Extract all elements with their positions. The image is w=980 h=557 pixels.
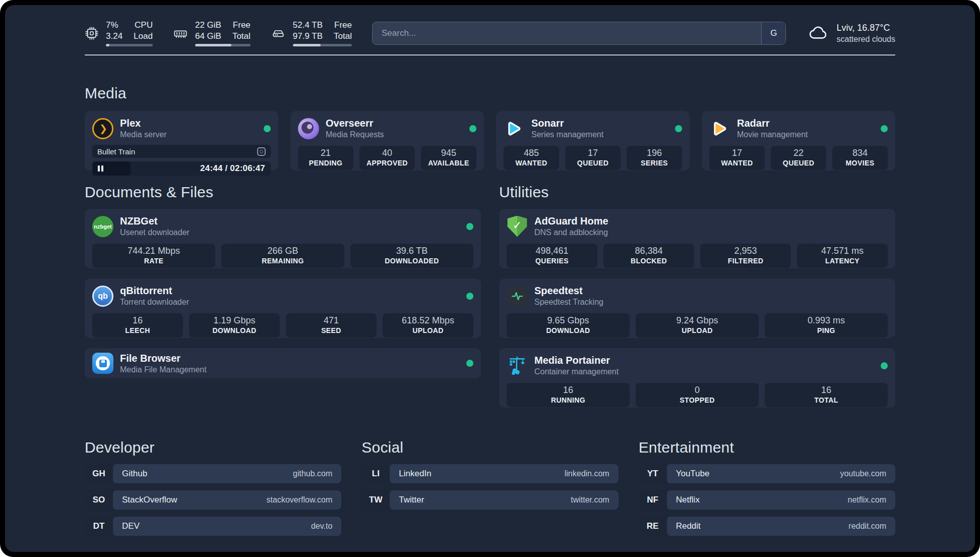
stat-box: 16RUNNING [507, 383, 630, 407]
link-stackoverflow[interactable]: SO StackOverflowstackoverflow.com [85, 490, 341, 510]
bookmarks-developer: Developer GH Githubgithub.com SO StackOv… [85, 439, 341, 536]
link-netflix[interactable]: NF Netflixnetflix.com [639, 490, 895, 510]
online-status-dot [469, 125, 476, 132]
app-name: File Browser [120, 353, 207, 364]
now-playing-row: Bullet Train [92, 145, 271, 158]
now-playing-icon [257, 147, 266, 156]
link-abbr: NF [639, 490, 667, 510]
stat-box: 945AVAILABLE [421, 146, 476, 170]
disk-values: 52.4 TB 97.9 TB [293, 20, 323, 41]
stat-box: 498,461QUERIES [507, 244, 597, 268]
app-card-adguard[interactable]: ✓ AdGuard Home DNS and adblocking 498,46… [499, 209, 895, 268]
app-card-radarr[interactable]: Radarr Movie management 17WANTED 22QUEUE… [702, 111, 895, 171]
disk-icon [271, 26, 286, 40]
link-youtube[interactable]: YT YouTubeyoutube.com [639, 464, 895, 483]
link-linkedin[interactable]: LI LinkedInlinkedin.com [361, 464, 618, 483]
stat-box: 618.52 MbpsUPLOAD [383, 313, 473, 338]
link-abbr: TW [361, 490, 390, 510]
stat-box: 17WANTED [709, 146, 765, 170]
stat-box: 1.19 GbpsDOWNLOAD [189, 313, 280, 338]
playback-progress-row: 24:44 / 02:06:47 [92, 161, 271, 176]
cpu-icon [85, 26, 99, 40]
media-grid: ❯ Plex Media server Bullet Train 24:44 /… [85, 111, 895, 171]
weather-widget: Lviv, 16.87°C scattered clouds [808, 23, 895, 44]
qbittorrent-icon: qb [92, 286, 113, 307]
stat-box: 0STOPPED [636, 383, 759, 407]
app-desc: Media server [120, 130, 166, 139]
app-desc: Torrent downloader [120, 298, 189, 307]
link-abbr: LI [361, 464, 390, 483]
app-card-portainer[interactable]: Media Portainer Container management 16R… [499, 348, 895, 408]
link-twitter[interactable]: TW Twittertwitter.com [361, 490, 618, 510]
pause-button[interactable] [92, 161, 131, 176]
cpu-values: 7% 3.24 [106, 20, 122, 41]
cpu-labels: CPU Load [134, 20, 153, 41]
weather-location-temp: Lviv, 16.87°C [836, 23, 895, 33]
link-url: stackoverflow.com [267, 495, 333, 505]
cpu-progress-bar [106, 44, 153, 46]
stat-box: 266 GBREMAINING [221, 244, 344, 268]
app-card-filebrowser[interactable]: File Browser Media File Management [85, 348, 481, 378]
app-card-overseerr[interactable]: Overseerr Media Requests 21PENDING 40APP… [290, 111, 484, 171]
search-input[interactable] [372, 22, 786, 45]
stat-box: 86,384BLOCKED [603, 244, 694, 268]
app-name: Plex [120, 118, 166, 129]
stat-box: 9.24 GbpsUPLOAD [636, 313, 759, 338]
playback-time: 24:44 / 02:06:47 [200, 163, 271, 174]
link-name: StackOverflow [122, 495, 177, 505]
stat-box: 9.65 GbpsDOWNLOAD [507, 313, 630, 338]
ram-values: 22 GiB 64 GiB [195, 20, 221, 41]
app-desc: Media Requests [326, 130, 384, 139]
link-name: LinkedIn [399, 469, 431, 479]
stat-box: 834MOVIES [832, 146, 888, 170]
section-title-utilities: Utilities [499, 184, 895, 201]
search-bar: G [372, 22, 786, 45]
online-status-dot [881, 125, 888, 132]
app-name: Sonarr [531, 118, 603, 129]
link-name: Twitter [399, 495, 424, 505]
bookmarks-social: Social LI LinkedInlinkedin.com TW Twitte… [361, 439, 618, 510]
section-title-entertainment: Entertainment [639, 439, 895, 456]
app-desc: Movie management [737, 130, 808, 139]
ram-progress-bar [195, 44, 251, 46]
link-name: Github [122, 469, 147, 479]
ram-labels: Free Total [232, 20, 251, 41]
link-abbr: YT [639, 464, 667, 483]
section-title-social: Social [361, 439, 618, 456]
app-desc: Speedtest Tracking [534, 298, 603, 307]
portainer-icon [507, 355, 528, 376]
adguard-icon: ✓ [507, 216, 528, 237]
stat-box: 0.993 msPING [765, 313, 888, 338]
search-engine-button[interactable]: G [761, 22, 785, 44]
link-abbr: RE [639, 517, 667, 536]
app-name: Speedtest [534, 285, 603, 296]
nzbget-icon: nzbget [92, 216, 113, 237]
stat-box: 17QUEUED [565, 146, 621, 170]
header-divider [85, 54, 895, 55]
online-status-dot [264, 125, 271, 132]
link-url: dev.to [311, 522, 332, 531]
link-reddit[interactable]: RE Redditreddit.com [639, 517, 895, 536]
app-card-nzbget[interactable]: nzbget NZBGet Usenet downloader 744.21 M… [85, 209, 481, 268]
dashboard: 7% 3.24 CPU Load [5, 5, 975, 552]
online-status-dot [466, 360, 473, 367]
link-dev[interactable]: DT DEVdev.to [85, 517, 341, 536]
stat-box: 47.571 msLATENCY [797, 244, 888, 268]
weather-condition: scattered clouds [836, 35, 895, 44]
app-desc: Usenet downloader [120, 228, 190, 237]
app-card-speedtest[interactable]: Speedtest Speedtest Tracking 9.65 GbpsDO… [499, 278, 895, 338]
link-url: youtube.com [840, 469, 886, 478]
online-status-dot [881, 362, 888, 369]
link-github[interactable]: GH Githubgithub.com [85, 464, 341, 483]
plex-icon: ❯ [92, 118, 113, 139]
link-abbr: GH [85, 464, 113, 483]
stat-box: 744.21 MbpsRATE [92, 244, 215, 268]
ram-icon [173, 26, 188, 40]
app-card-plex[interactable]: ❯ Plex Media server Bullet Train 24:44 /… [85, 111, 278, 171]
stat-box: 16LEECH [92, 313, 183, 338]
app-desc: DNS and adblocking [534, 228, 608, 237]
app-card-qbittorrent[interactable]: qb qBittorrent Torrent downloader 16LEEC… [85, 278, 481, 338]
link-url: linkedin.com [565, 469, 609, 478]
system-stats: 7% 3.24 CPU Load [85, 20, 352, 46]
app-card-sonarr[interactable]: Sonarr Series management 485WANTED 17QUE… [496, 111, 690, 171]
